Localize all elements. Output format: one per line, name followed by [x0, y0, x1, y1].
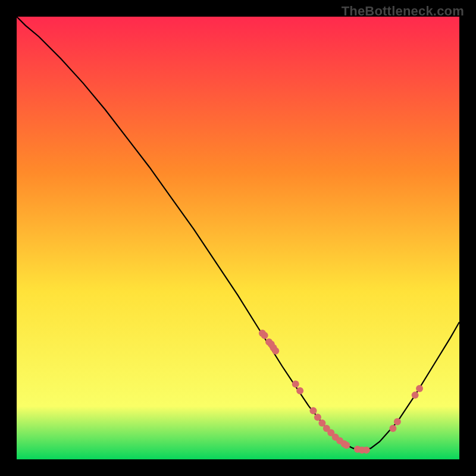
marker-dot — [343, 441, 350, 449]
marker-dot — [412, 392, 419, 399]
marker-dot — [363, 446, 370, 453]
plot-area — [17, 17, 459, 459]
marker-dot — [394, 418, 401, 425]
marker-dot — [416, 385, 423, 392]
marker-dot — [292, 381, 299, 388]
marker-dot — [309, 407, 317, 414]
marker-dot — [389, 425, 396, 432]
chart-svg — [17, 17, 459, 459]
marker-dot — [272, 347, 279, 355]
chart-frame: TheBottleneck.com — [0, 0, 476, 476]
marker-dot — [261, 332, 268, 339]
marker-dot — [296, 387, 303, 394]
marker-dot — [314, 414, 321, 421]
